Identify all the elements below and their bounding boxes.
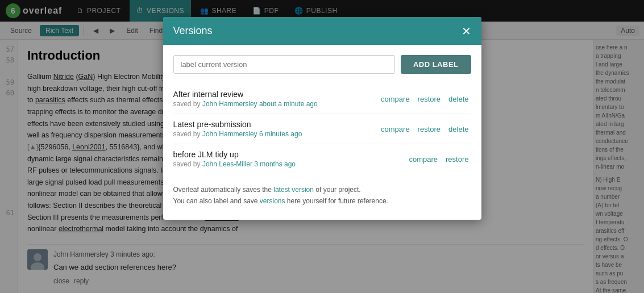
modal-body: ADD LABEL After internal review saved by…: [163, 45, 481, 220]
version-info: After internal review saved by John Hamm…: [173, 90, 379, 108]
version-item: before JLM tidy up saved by John Lees-Mi…: [173, 144, 471, 174]
version-info: Latest pre-submission saved by John Hamm…: [173, 120, 379, 138]
restore-button[interactable]: restore: [416, 124, 443, 135]
compare-button[interactable]: compare: [406, 154, 440, 165]
version-item: After internal review saved by John Hamm…: [173, 84, 471, 114]
version-name: Latest pre-submission: [173, 120, 379, 129]
version-list: After internal review saved by John Hamm…: [173, 84, 471, 174]
modal-close-button[interactable]: ✕: [462, 26, 471, 37]
versions-link[interactable]: versions: [260, 197, 285, 205]
version-meta: saved by John Hammersley about a minute …: [173, 100, 379, 108]
modal-title: Versions: [173, 25, 213, 37]
version-actions: compare restore delete: [379, 94, 471, 104]
version-meta: saved by John Lees-Miller 3 months ago: [173, 160, 407, 168]
latest-version-link[interactable]: latest version: [273, 186, 314, 194]
add-label-button[interactable]: ADD LABEL: [401, 55, 471, 74]
footer-line-1: Overleaf automatically saves the latest …: [173, 184, 471, 195]
version-actions: compare restore delete: [379, 124, 471, 135]
modal-header: Versions ✕: [163, 17, 481, 45]
version-name: After internal review: [173, 90, 379, 99]
version-time: about a minute ago: [259, 100, 318, 108]
restore-button[interactable]: restore: [416, 94, 443, 104]
modal-footer: Overleaf automatically saves the latest …: [173, 182, 471, 210]
label-input-row: ADD LABEL: [173, 55, 471, 74]
version-info: before JLM tidy up saved by John Lees-Mi…: [173, 150, 407, 168]
version-actions: compare restore: [406, 154, 471, 165]
version-author: John Lees-Miller: [202, 160, 252, 168]
compare-button[interactable]: compare: [379, 94, 412, 104]
version-author: John Hammersley: [202, 100, 257, 108]
footer-line-2: You can also label and save versions her…: [173, 195, 471, 207]
label-input[interactable]: [173, 55, 395, 74]
version-meta: saved by John Hammersley 6 minutes ago: [173, 130, 379, 138]
compare-button[interactable]: compare: [379, 124, 412, 135]
delete-button[interactable]: delete: [446, 94, 471, 104]
version-item: Latest pre-submission saved by John Hamm…: [173, 114, 471, 144]
versions-modal: Versions ✕ ADD LABEL After internal revi…: [163, 17, 481, 220]
modal-overlay: Versions ✕ ADD LABEL After internal revi…: [0, 0, 644, 293]
version-author: John Hammersley: [202, 130, 257, 138]
delete-button[interactable]: delete: [446, 124, 471, 135]
version-time: 3 months ago: [254, 160, 296, 168]
version-name: before JLM tidy up: [173, 150, 407, 159]
restore-button[interactable]: restore: [443, 154, 471, 165]
version-time: 6 minutes ago: [259, 130, 302, 138]
